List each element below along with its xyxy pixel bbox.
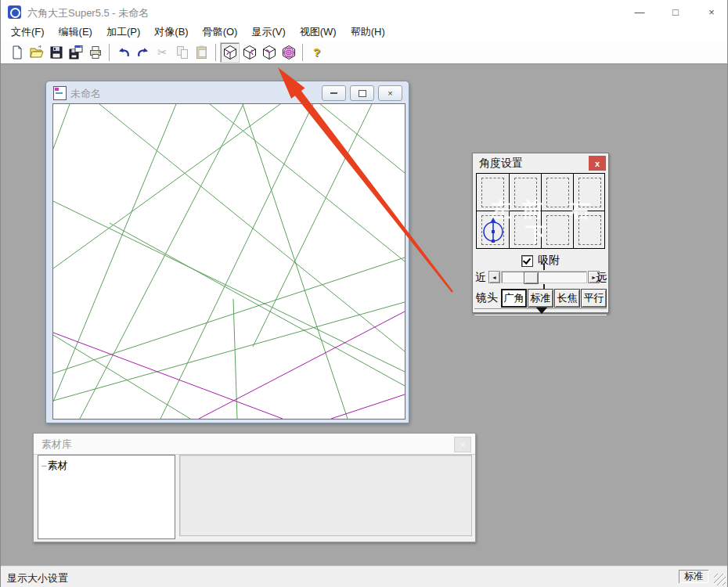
status-bar: 显示大小设置 标准: [1, 566, 727, 587]
view-cell-frame: [578, 178, 601, 207]
help-question-icon: ?: [313, 45, 320, 59]
minimize-button[interactable]: —: [633, 6, 646, 18]
cut-button[interactable]: ✂: [153, 42, 172, 63]
save-as-icon: [68, 45, 84, 60]
tree-item-material[interactable]: ┄ 素材: [41, 459, 175, 473]
view-preset-grid: 左 前 右 下: [476, 173, 605, 249]
view-cell[interactable]: [542, 211, 573, 248]
view-cube-3-button[interactable]: [259, 42, 279, 63]
undo-icon: [116, 45, 132, 60]
menu-display[interactable]: 显示(V): [244, 23, 292, 41]
distance-slider-track[interactable]: [501, 271, 587, 283]
view-cell[interactable]: [510, 211, 541, 248]
slider-left-arrow-button[interactable]: ◄: [488, 271, 500, 283]
rollup-arrow-icon: [536, 308, 547, 314]
paste-button[interactable]: [192, 42, 211, 63]
menu-process[interactable]: 加工(P): [99, 23, 147, 41]
lens-wide-button[interactable]: 广角: [501, 289, 527, 308]
redo-button[interactable]: [133, 42, 153, 63]
view-cube-2-button[interactable]: [240, 42, 259, 63]
menu-edit[interactable]: 编辑(E): [52, 23, 99, 41]
save-as-button[interactable]: [66, 42, 85, 63]
status-message: 显示大小设置: [7, 571, 68, 585]
paste-icon: [194, 45, 210, 60]
title-bar[interactable]: 六角大王Super5.5 - 未命名 — □ ×: [1, 0, 727, 23]
new-file-button[interactable]: [7, 42, 27, 63]
cut-scissors-icon: ✂: [157, 46, 168, 58]
tree-item-label: 素材: [48, 459, 68, 473]
orientation-compass-icon[interactable]: [481, 215, 506, 247]
distance-slider-thumb[interactable]: [524, 272, 539, 284]
document-title: 未命名: [70, 87, 101, 101]
material-preview-pane[interactable]: [179, 455, 472, 536]
document-icon: [53, 86, 67, 100]
lens-tele-button[interactable]: 长焦: [554, 289, 580, 308]
material-panel-close-button[interactable]: ×: [454, 437, 471, 452]
maximize-button[interactable]: □: [669, 6, 682, 18]
view-sphere-grid-button[interactable]: [279, 42, 298, 63]
lens-parallel-button[interactable]: 平行: [581, 289, 607, 308]
redo-icon: [135, 45, 151, 60]
minimize-icon: [330, 92, 337, 94]
doc-minimize-button[interactable]: [322, 85, 346, 101]
resize-grip[interactable]: [714, 574, 726, 585]
main-window: 六角大王Super5.5 - 未命名 — □ × 文件(F) 编辑(E) 加工(…: [0, 0, 728, 587]
near-label: 近: [475, 271, 486, 285]
snap-checkbox[interactable]: [521, 255, 533, 267]
view-cube-1-button[interactable]: [220, 42, 240, 63]
tree-branch-line: ┄: [41, 461, 46, 471]
window-title: 六角大王Super5.5 - 未命名: [27, 6, 149, 20]
material-library-panel: 素材库 × ┄ 素材: [33, 433, 476, 542]
toolbar-separator: [215, 44, 216, 61]
distance-slider-row: 近 ◄ ► 远: [473, 269, 608, 286]
open-folder-icon: [29, 45, 45, 60]
doc-close-button[interactable]: ×: [378, 85, 402, 101]
close-button[interactable]: ×: [705, 6, 718, 18]
menu-object[interactable]: 对像(B): [147, 23, 195, 41]
snap-row: 吸附: [473, 254, 608, 268]
copy-icon: [175, 45, 190, 60]
print-button[interactable]: [85, 42, 105, 63]
view-cell[interactable]: [477, 174, 508, 211]
open-file-button[interactable]: [27, 42, 46, 63]
menu-skeleton[interactable]: 骨骼(O): [196, 23, 245, 41]
view-cube-2-icon: [242, 45, 258, 60]
material-tree-pane[interactable]: ┄ 素材: [38, 455, 175, 539]
view-cell-frame: [546, 178, 569, 207]
view-cell[interactable]: [510, 174, 541, 211]
new-file-icon: [9, 45, 25, 60]
undo-button[interactable]: [114, 42, 133, 63]
angle-panel-title-bar[interactable]: 角度设置 x: [473, 153, 608, 173]
view-sphere-grid-icon: [281, 45, 297, 60]
copy-button[interactable]: [172, 42, 192, 63]
document-title-bar[interactable]: 未命名 ×: [46, 81, 409, 103]
view-cell-frame: [514, 215, 537, 245]
app-logo-icon: [8, 5, 21, 19]
menu-bar: 文件(F) 编辑(E) 加工(P) 对像(B) 骨骼(O) 显示(V) 视图(W…: [1, 23, 727, 41]
panel-rollup-grip[interactable]: [474, 308, 607, 315]
save-floppy-icon: [49, 45, 64, 60]
document-window: 未命名 ×: [45, 81, 409, 423]
help-button[interactable]: ?: [307, 42, 326, 63]
material-panel-title-bar[interactable]: 素材库 ×: [34, 434, 475, 455]
toolbar-separator: [302, 44, 303, 61]
snap-label: 吸附: [538, 254, 560, 268]
view-cell-frame: [481, 178, 504, 207]
doc-restore-button[interactable]: [350, 85, 374, 101]
view-cell-frame: [578, 215, 601, 245]
toolbar-separator: [109, 44, 110, 61]
angle-panel-close-button[interactable]: x: [589, 156, 606, 171]
print-icon: [88, 45, 103, 60]
lens-standard-button[interactable]: 标准: [528, 289, 553, 308]
view-cell[interactable]: [574, 211, 605, 248]
slider-center-tick: [543, 264, 545, 270]
menu-view[interactable]: 视图(W): [293, 23, 344, 41]
view-cell-frame: [546, 215, 569, 245]
save-button[interactable]: [46, 42, 66, 63]
view-cell[interactable]: [574, 174, 605, 211]
menu-help[interactable]: 帮助(H): [344, 23, 392, 41]
menu-file[interactable]: 文件(F): [4, 23, 52, 41]
wireframe-drawing: [53, 104, 405, 419]
wireframe-canvas[interactable]: [52, 103, 405, 420]
view-cell[interactable]: [542, 174, 573, 211]
